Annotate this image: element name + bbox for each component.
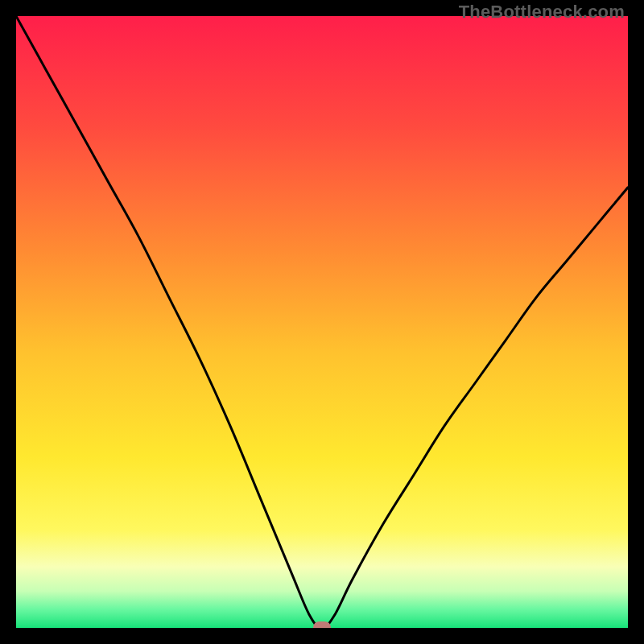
chart-curve-svg xyxy=(16,16,628,628)
optimum-marker xyxy=(313,621,331,628)
bottleneck-curve xyxy=(16,16,628,628)
watermark-text: TheBottleneck.com xyxy=(459,2,625,23)
chart-plot-area xyxy=(16,16,628,628)
chart-outer-frame: TheBottleneck.com xyxy=(0,0,644,644)
